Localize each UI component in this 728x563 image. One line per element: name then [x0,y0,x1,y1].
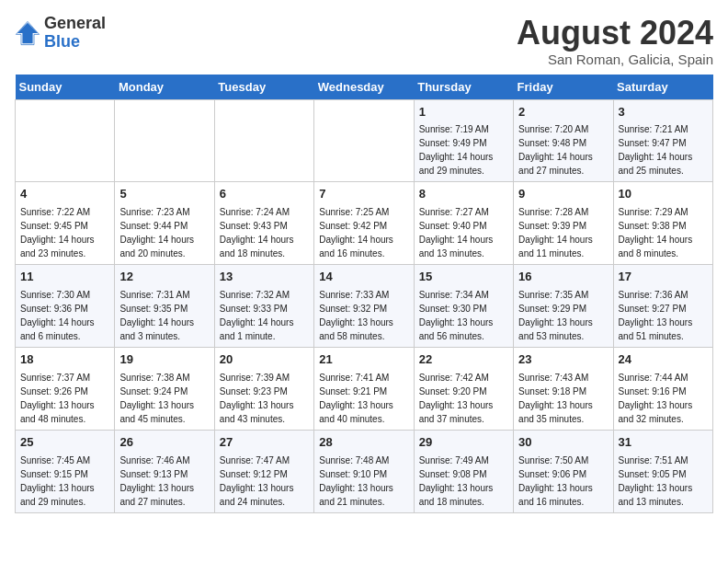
day-number: 18 [20,351,109,369]
calendar-week-row: 11Sunrise: 7:30 AM Sunset: 9:36 PM Dayli… [16,265,713,348]
day-info: Sunrise: 7:39 AM Sunset: 9:23 PM Dayligh… [220,371,309,426]
weekday-header: Friday [514,75,613,100]
day-number: 25 [20,434,109,452]
day-number: 6 [220,186,309,203]
calendar-cell: 6Sunrise: 7:24 AM Sunset: 9:43 PM Daylig… [214,182,313,265]
day-number: 29 [419,434,508,452]
day-number: 8 [419,186,508,203]
calendar-cell: 13Sunrise: 7:32 AM Sunset: 9:33 PM Dayli… [214,265,313,348]
day-number: 27 [220,434,309,452]
day-number: 13 [220,269,309,286]
day-info: Sunrise: 7:47 AM Sunset: 9:12 PM Dayligh… [220,454,309,509]
day-info: Sunrise: 7:35 AM Sunset: 9:29 PM Dayligh… [518,288,608,343]
day-info: Sunrise: 7:34 AM Sunset: 9:30 PM Dayligh… [419,288,508,343]
logo-blue-text: Blue [44,33,106,52]
weekday-header: Monday [115,75,214,100]
calendar-cell: 19Sunrise: 7:38 AM Sunset: 9:24 PM Dayli… [115,348,214,431]
day-number: 23 [518,351,608,369]
calendar-cell: 20Sunrise: 7:39 AM Sunset: 9:23 PM Dayli… [214,348,313,431]
calendar-cell [16,99,115,182]
calendar-cell: 9Sunrise: 7:28 AM Sunset: 9:39 PM Daylig… [514,182,613,265]
day-info: Sunrise: 7:37 AM Sunset: 9:26 PM Dayligh… [20,371,109,426]
day-number: 24 [619,351,708,369]
day-number: 31 [619,434,708,452]
svg-marker-0 [17,23,38,43]
calendar-cell: 26Sunrise: 7:46 AM Sunset: 9:13 PM Dayli… [115,430,214,512]
day-number: 16 [518,269,608,286]
day-number: 26 [119,434,209,452]
day-number: 22 [419,351,508,369]
day-info: Sunrise: 7:31 AM Sunset: 9:35 PM Dayligh… [119,288,209,343]
calendar-cell: 5Sunrise: 7:23 AM Sunset: 9:44 PM Daylig… [115,182,214,265]
day-number: 10 [619,186,708,203]
calendar-cell: 2Sunrise: 7:20 AM Sunset: 9:48 PM Daylig… [514,99,613,182]
day-info: Sunrise: 7:33 AM Sunset: 9:32 PM Dayligh… [319,288,408,343]
calendar-cell: 28Sunrise: 7:48 AM Sunset: 9:10 PM Dayli… [314,430,414,512]
day-number: 21 [319,351,408,369]
day-info: Sunrise: 7:41 AM Sunset: 9:21 PM Dayligh… [319,371,408,426]
calendar-cell: 1Sunrise: 7:19 AM Sunset: 9:49 PM Daylig… [414,99,513,182]
logo-text: General Blue [44,15,106,52]
calendar-cell: 22Sunrise: 7:42 AM Sunset: 9:20 PM Dayli… [414,348,513,431]
day-info: Sunrise: 7:38 AM Sunset: 9:24 PM Dayligh… [119,371,209,426]
calendar-cell: 16Sunrise: 7:35 AM Sunset: 9:29 PM Dayli… [514,265,613,348]
calendar-cell [115,99,214,182]
day-info: Sunrise: 7:32 AM Sunset: 9:33 PM Dayligh… [220,288,309,343]
day-number: 7 [319,186,408,203]
calendar-cell: 10Sunrise: 7:29 AM Sunset: 9:38 PM Dayli… [613,182,712,265]
day-number: 17 [619,269,708,286]
calendar-cell: 24Sunrise: 7:44 AM Sunset: 9:16 PM Dayli… [613,348,712,431]
calendar-cell: 7Sunrise: 7:25 AM Sunset: 9:42 PM Daylig… [314,182,414,265]
day-number: 3 [619,104,708,121]
day-info: Sunrise: 7:36 AM Sunset: 9:27 PM Dayligh… [619,288,708,343]
day-info: Sunrise: 7:30 AM Sunset: 9:36 PM Dayligh… [20,288,109,343]
calendar-cell: 12Sunrise: 7:31 AM Sunset: 9:35 PM Dayli… [115,265,214,348]
day-info: Sunrise: 7:42 AM Sunset: 9:20 PM Dayligh… [419,371,508,426]
calendar-cell: 18Sunrise: 7:37 AM Sunset: 9:26 PM Dayli… [16,348,115,431]
day-info: Sunrise: 7:19 AM Sunset: 9:49 PM Dayligh… [419,122,508,178]
weekday-header-row: SundayMondayTuesdayWednesdayThursdayFrid… [16,75,713,100]
day-number: 9 [518,186,608,203]
calendar-cell: 30Sunrise: 7:50 AM Sunset: 9:06 PM Dayli… [514,430,613,512]
day-info: Sunrise: 7:50 AM Sunset: 9:06 PM Dayligh… [518,454,608,509]
calendar-week-row: 4Sunrise: 7:22 AM Sunset: 9:45 PM Daylig… [16,182,713,265]
day-number: 30 [518,434,608,452]
calendar-cell: 31Sunrise: 7:51 AM Sunset: 9:05 PM Dayli… [613,430,712,512]
calendar-cell: 4Sunrise: 7:22 AM Sunset: 9:45 PM Daylig… [16,182,115,265]
calendar-title: August 2024 [517,15,713,52]
day-info: Sunrise: 7:43 AM Sunset: 9:18 PM Dayligh… [518,371,608,426]
calendar-cell: 27Sunrise: 7:47 AM Sunset: 9:12 PM Dayli… [214,430,313,512]
calendar-cell: 29Sunrise: 7:49 AM Sunset: 9:08 PM Dayli… [414,430,513,512]
page-header: General Blue August 2024 San Roman, Gali… [15,15,713,67]
title-block: August 2024 San Roman, Galicia, Spain [517,15,713,67]
day-number: 15 [419,269,508,286]
day-info: Sunrise: 7:21 AM Sunset: 9:47 PM Dayligh… [619,122,708,178]
calendar-cell: 15Sunrise: 7:34 AM Sunset: 9:30 PM Dayli… [414,265,513,348]
weekday-header: Sunday [16,75,115,100]
calendar-cell: 25Sunrise: 7:45 AM Sunset: 9:15 PM Dayli… [16,430,115,512]
calendar-cell [314,99,414,182]
day-number: 5 [119,186,209,203]
calendar-cell: 23Sunrise: 7:43 AM Sunset: 9:18 PM Dayli… [514,348,613,431]
weekday-header: Tuesday [214,75,313,100]
day-number: 1 [419,104,508,121]
calendar-week-row: 25Sunrise: 7:45 AM Sunset: 9:15 PM Dayli… [16,430,713,512]
weekday-header: Thursday [414,75,513,100]
calendar-week-row: 1Sunrise: 7:19 AM Sunset: 9:49 PM Daylig… [16,99,713,182]
day-info: Sunrise: 7:24 AM Sunset: 9:43 PM Dayligh… [220,205,309,260]
calendar-table: SundayMondayTuesdayWednesdayThursdayFrid… [15,75,713,513]
logo: General Blue [15,15,106,52]
day-number: 4 [20,186,109,203]
calendar-week-row: 18Sunrise: 7:37 AM Sunset: 9:26 PM Dayli… [16,348,713,431]
calendar-cell: 17Sunrise: 7:36 AM Sunset: 9:27 PM Dayli… [613,265,712,348]
day-info: Sunrise: 7:46 AM Sunset: 9:13 PM Dayligh… [119,454,209,509]
day-number: 20 [220,351,309,369]
day-info: Sunrise: 7:44 AM Sunset: 9:16 PM Dayligh… [619,371,708,426]
day-number: 14 [319,269,408,286]
day-info: Sunrise: 7:23 AM Sunset: 9:44 PM Dayligh… [119,205,209,260]
day-info: Sunrise: 7:28 AM Sunset: 9:39 PM Dayligh… [518,205,608,260]
day-number: 19 [119,351,209,369]
day-info: Sunrise: 7:51 AM Sunset: 9:05 PM Dayligh… [619,454,708,509]
day-info: Sunrise: 7:48 AM Sunset: 9:10 PM Dayligh… [319,454,408,509]
calendar-cell: 8Sunrise: 7:27 AM Sunset: 9:40 PM Daylig… [414,182,513,265]
